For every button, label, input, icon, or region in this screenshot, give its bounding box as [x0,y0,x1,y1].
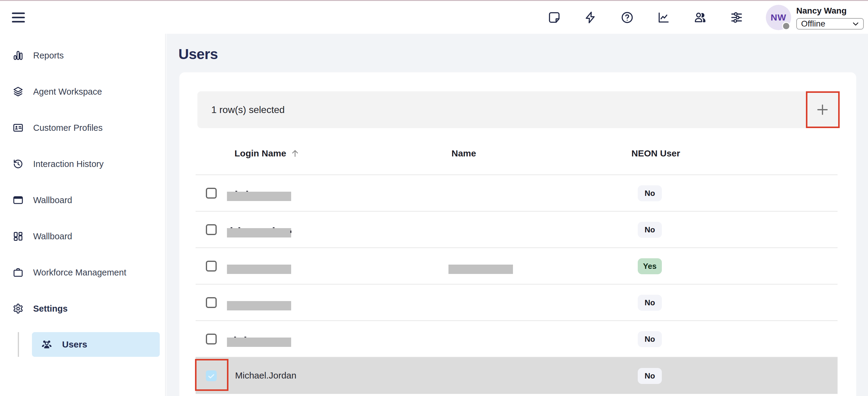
row-checkbox[interactable] [206,188,217,199]
column-header-label: Login Name [235,148,286,158]
users-card: 1 row(s) selected Login Name Name NEON U… [179,72,856,396]
row-checkbox-checked[interactable] [206,370,217,381]
neon-user-badge: No [638,185,662,201]
sidebar-item-label: Users [62,339,87,349]
redacted-login-bar [227,265,291,274]
notes-icon[interactable] [548,11,561,24]
neon-user-badge: Yes [638,258,662,274]
page-title: Users [179,46,218,62]
zap-icon[interactable] [584,11,597,24]
row-checkbox[interactable] [206,261,217,272]
table-row-selected[interactable]: Michael.Jordan No [195,358,838,394]
redaction-peek [246,191,248,192]
redacted-login-bar [227,228,291,238]
user-name: Nancy Wang [796,6,846,16]
help-icon[interactable] [621,11,633,24]
redacted-login-bar [227,338,291,347]
redaction-peek [290,231,291,233]
row-checkbox[interactable] [206,334,217,344]
sidebar-item-label: Wallboard [33,195,72,205]
window-icon [13,195,24,206]
sidebar-item-wallboard[interactable]: Wallboard [0,182,165,218]
redaction-peek [244,337,246,338]
check-icon [207,372,216,380]
sidebar-item-settings[interactable]: Settings [0,291,165,327]
column-header-name[interactable]: Name [452,148,476,158]
redaction-peek [230,227,232,228]
plus-icon [815,103,830,117]
id-card-icon [13,122,24,133]
table-body: No No Yes No [195,175,838,394]
redaction-peek [239,227,240,228]
add-user-button[interactable] [806,91,839,128]
neon-user-badge: No [638,368,662,384]
dashboard-icon [13,231,24,242]
top-bar: NW Nancy Wang Offline [0,1,868,34]
rows-selected-text: 1 row(s) selected [211,104,806,115]
table-toolbar: 1 row(s) selected [197,91,839,128]
sidebar-item-label: Reports [33,51,64,61]
sidebar-item-label: Customer Profiles [33,123,102,133]
neon-user-badge: No [638,331,662,347]
sidebar-item-label: Workforce Management [33,268,126,278]
sidebar-item-users[interactable]: Users [32,332,160,357]
table-row[interactable]: No [195,284,838,321]
column-header-neon-user[interactable]: NEON User [631,148,680,158]
sidebar-item-workforce-management[interactable]: Workforce Management [0,254,165,291]
redaction-peek [236,191,237,192]
redaction-peek [234,337,236,338]
redacted-name-bar [448,265,513,274]
row-checkbox[interactable] [206,224,217,235]
row-checkbox[interactable] [206,297,217,308]
redacted-login-bar [227,192,291,201]
neon-user-badge: No [638,222,662,238]
table-row[interactable]: No [195,212,838,248]
sidebar-item-label: Wallboard [33,232,72,241]
redacted-login-bar [227,301,291,310]
briefcase-icon [13,267,24,278]
main-content: Users 1 row(s) selected Login Name Name … [166,34,868,396]
sidebar-item-customer-profiles[interactable]: Customer Profiles [0,110,165,146]
sidebar-item-label: Agent Workspace [33,87,102,97]
column-header-login-name[interactable]: Login Name [235,148,300,158]
gear-icon [13,303,24,314]
analytics-icon[interactable] [657,11,670,24]
tree-indent-line [18,332,19,357]
sidebar-item-reports[interactable]: Reports [0,37,165,73]
topbar-icon-group [548,11,743,24]
table-header: Login Name Name NEON User [195,128,838,175]
agents-icon[interactable] [694,11,707,24]
history-icon [13,158,24,170]
menu-icon[interactable] [11,10,26,25]
layers-icon [13,86,24,97]
table-row[interactable]: Yes [195,248,838,284]
bar-chart-icon [13,50,24,61]
sidebar-item-wallboard-2[interactable]: Wallboard [0,218,165,254]
login-name-cell: Michael.Jordan [235,370,296,380]
redaction-peek [273,227,275,228]
table-row[interactable]: No [195,175,838,212]
sidebar: Reports Agent Workspace Customer Profile… [0,34,166,396]
sidebar-item-agent-workspace[interactable]: Agent Workspace [0,73,165,110]
status-select-value: Offline [797,19,851,29]
chevron-down-icon [851,19,860,28]
sidebar-item-label: Settings [33,304,67,314]
status-dot [782,22,790,30]
table-row[interactable]: No [195,321,838,358]
status-select[interactable]: Offline [796,18,864,30]
sidebar-item-interaction-history[interactable]: Interaction History [0,146,165,182]
sort-ascending-icon [290,149,300,158]
sidebar-item-label: Interaction History [33,159,104,169]
users-group-icon [41,339,53,350]
sliders-icon[interactable] [730,11,743,24]
neon-user-badge: No [638,295,662,311]
